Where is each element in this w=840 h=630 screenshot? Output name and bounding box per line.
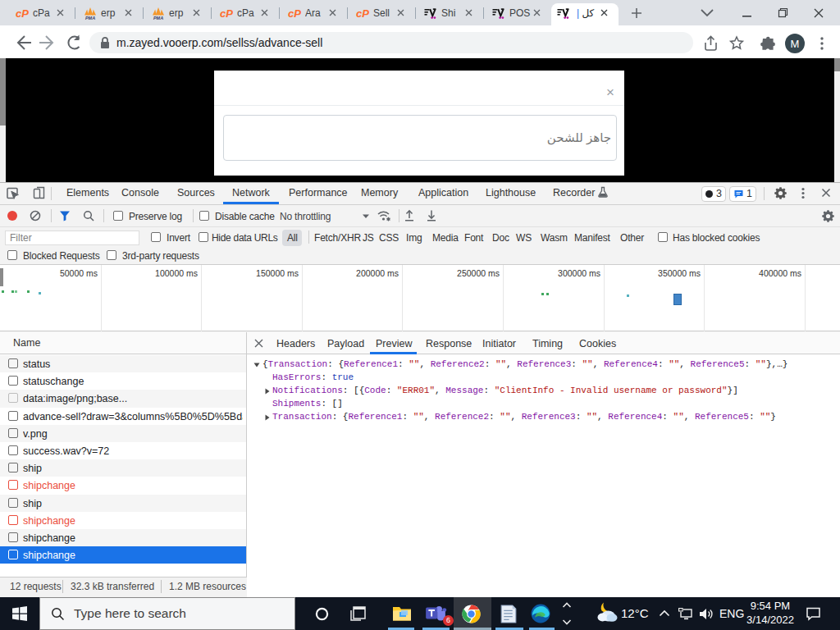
svg-text:PMA: PMA <box>153 16 163 21</box>
svg-text:M: M <box>791 38 800 50</box>
svg-text:cP: cP <box>288 7 301 20</box>
svg-text:cP: cP <box>16 7 29 20</box>
svg-text:cP: cP <box>356 7 369 20</box>
svg-text:PMA: PMA <box>85 16 95 21</box>
svg-text:cP: cP <box>220 7 233 20</box>
